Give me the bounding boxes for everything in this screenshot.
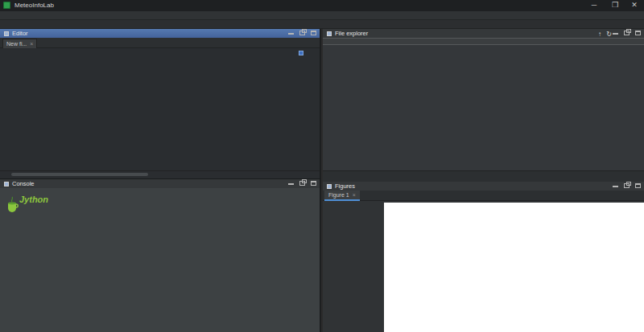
folder-up-icon[interactable]: ↑ xyxy=(598,31,601,38)
window-close-button[interactable]: ✕ xyxy=(626,0,642,11)
editor-tab-bar: New fi...× xyxy=(0,38,320,48)
figure-map-svg xyxy=(384,203,644,332)
main-toolbar: Current Folder: D:\MeteoInfoLab\script\F… xyxy=(0,20,644,29)
window-maximize-button[interactable]: ❒ xyxy=(607,0,623,11)
editor-panel-header[interactable]: Editor xyxy=(0,29,320,38)
title-bar: MeteoInfoLab ─ ❒ ✕ xyxy=(0,0,644,11)
editor-float-icon[interactable] xyxy=(299,31,305,35)
file-table-header xyxy=(323,38,644,45)
app-logo-icon xyxy=(3,2,10,9)
editor-panel-title: Editor xyxy=(12,29,28,38)
file-explorer-panel: File explorer ↑ ↻ xyxy=(323,29,644,170)
console-panel: Console Jython xyxy=(0,178,321,332)
menu-bar xyxy=(0,11,644,20)
figure-canvas[interactable] xyxy=(323,202,644,332)
editor-code-area[interactable] xyxy=(0,48,320,170)
console-output[interactable]: Jython xyxy=(0,189,321,332)
editor-minimize-icon[interactable] xyxy=(288,31,294,35)
editor-hscrollbar[interactable] xyxy=(0,170,320,178)
console-maximize-icon[interactable] xyxy=(311,181,316,186)
console-minimize-icon[interactable] xyxy=(288,181,294,185)
editor-hscrollbar-thumb[interactable] xyxy=(11,173,148,176)
console-panel-icon xyxy=(4,182,9,186)
editor-tab-newfile[interactable]: New fi...× xyxy=(2,39,37,48)
explorer-dock-tabs xyxy=(323,170,644,182)
file-explorer-maximize-icon[interactable] xyxy=(635,31,641,35)
console-panel-title: Console xyxy=(12,179,35,188)
figure-plot-area xyxy=(384,203,644,332)
figure-tab-1[interactable]: Figure 1× xyxy=(324,191,360,201)
file-explorer-minimize-icon[interactable] xyxy=(613,31,618,35)
figures-float-icon[interactable] xyxy=(624,183,630,188)
figures-panel: Figures Figure 1× xyxy=(323,182,644,332)
window-minimize-button[interactable]: ─ xyxy=(586,0,602,11)
editor-split-icon[interactable] xyxy=(299,51,303,55)
file-explorer-panel-icon xyxy=(327,31,332,36)
figures-panel-icon xyxy=(327,184,332,189)
editor-panel-icon xyxy=(4,31,9,36)
editor-maximize-icon[interactable] xyxy=(311,31,316,35)
figures-panel-header[interactable]: Figures xyxy=(323,182,644,191)
console-float-icon[interactable] xyxy=(299,181,305,186)
figures-minimize-icon[interactable] xyxy=(613,183,618,187)
editor-panel: Editor New fi...× xyxy=(0,29,321,178)
file-explorer-float-icon[interactable] xyxy=(624,31,630,35)
window-title: MeteoInfoLab xyxy=(14,0,54,11)
figure-tab-bar: Figure 1× xyxy=(323,191,644,201)
figures-panel-title: Figures xyxy=(335,182,355,191)
figures-maximize-icon[interactable] xyxy=(635,183,641,188)
file-explorer-panel-title: File explorer xyxy=(335,29,368,38)
jython-logo-text: Jython xyxy=(19,195,48,204)
file-explorer-panel-header[interactable]: File explorer ↑ ↻ xyxy=(323,29,644,38)
editor-tab-close-icon[interactable]: × xyxy=(30,41,33,47)
figure-tab-close-icon[interactable]: × xyxy=(353,192,356,198)
console-panel-header[interactable]: Console xyxy=(0,179,320,188)
meteoinfolab-window: MeteoInfoLab ─ ❒ ✕ Current Folder: D:\Me… xyxy=(0,0,644,332)
